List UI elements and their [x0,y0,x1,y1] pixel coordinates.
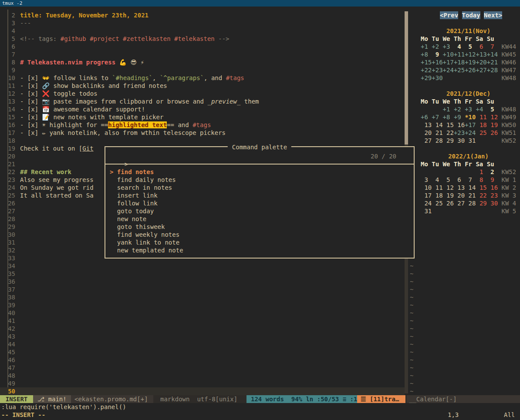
calendar-day[interactable]: +1 [443,106,454,113]
calendar-day[interactable]: +2 [432,43,442,50]
calendar-day[interactable]: 18 [432,192,442,199]
calendar-day[interactable]: +25 [454,67,465,74]
calendar-day[interactable]: +9 [454,114,465,121]
calendar-day[interactable]: 22 [476,192,486,199]
calendar-day[interactable]: 5 [465,43,476,50]
calendar-day[interactable]: 25 [476,129,486,136]
calendar-day[interactable]: +17 [465,121,476,128]
calendar-day[interactable]: 11 [432,184,442,191]
calendar-day[interactable]: +7 [432,114,442,121]
calendar-day[interactable]: +1 [421,43,432,50]
calendar-day[interactable]: 18 [476,121,486,128]
palette-item[interactable]: new note [110,215,146,223]
editor-line[interactable]: 4 [0,27,20,35]
editor-line[interactable]: 16- [x] ☀ highlight for ==highlighted te… [0,121,211,129]
editor-line[interactable]: 13- [x] 📷 paste images from clipboard or… [0,97,259,105]
calendar-day[interactable]: 17 [421,192,432,199]
palette-item[interactable]: goto thisweek [110,223,165,231]
calendar-day[interactable]: +24 [443,67,454,74]
editor-line[interactable]: 40 [0,309,20,317]
editor-line[interactable]: 30 [0,231,20,239]
calendar-day[interactable]: +3 [443,43,454,50]
calendar-day[interactable]: 30 [487,200,498,207]
calendar-day[interactable]: +11 [454,51,465,58]
calendar-day[interactable]: 12 [443,184,454,191]
calendar-day[interactable]: 20 [421,129,432,136]
editor-line[interactable]: 47 [0,364,20,372]
calendar-day[interactable]: 19 [443,192,454,199]
calendar-day[interactable]: 9 [432,51,442,58]
calendar-day[interactable]: +21 [487,59,498,66]
calendar-day[interactable]: 21 [465,192,476,199]
editor-line[interactable]: 36 [0,278,20,286]
calendar-day[interactable]: +12 [465,51,476,58]
editor-line[interactable]: 5<!-- tags: #github #project #zettelkast… [0,35,230,43]
palette-item[interactable]: > find notes [110,168,154,176]
editor-line[interactable]: 26 [0,199,20,207]
calendar-day[interactable]: 16 [454,121,465,128]
calendar-day[interactable]: 20 [454,192,465,199]
editor-line[interactable]: 44 [0,340,20,348]
palette-item[interactable]: insert link [110,192,158,199]
palette-item[interactable]: new templated note [110,246,183,254]
editor-line[interactable]: 32 [0,246,20,254]
editor-line[interactable]: 50 [0,387,405,395]
calendar-day[interactable]: +28 [487,67,498,74]
editor-line[interactable]: 46 [0,356,20,364]
editor-line[interactable]: 25It all started on Sa [0,192,94,199]
editor-line[interactable]: 38 [0,293,20,301]
editor-line[interactable]: 49 [0,380,20,387]
palette-item[interactable]: find weekly notes [110,231,179,239]
calendar-day[interactable]: 11 [476,114,486,121]
editor-line[interactable]: 22## Recent work [0,168,71,176]
calendar-day[interactable]: 31 [421,208,432,215]
calendar-day[interactable]: 4 [432,176,442,183]
editor-line[interactable]: 20 [0,152,20,160]
editor-line[interactable]: 35 [0,270,20,278]
calendar-day[interactable]: +26 [465,67,476,74]
calendar-day[interactable]: 30 [454,137,465,144]
calendar-next-button[interactable]: Next> [484,11,502,19]
calendar-day[interactable]: 4 [454,43,465,50]
editor-line[interactable]: 24On Sunday we got rid [0,184,94,192]
calendar-day[interactable]: 29 [476,200,486,207]
calendar-today-button[interactable]: Today [462,11,480,19]
calendar-day[interactable]: 8 [476,176,486,183]
editor-line[interactable]: 6 [0,43,20,50]
calendar-day[interactable]: 14 [465,184,476,191]
calendar-day[interactable]: +15 [421,59,432,66]
calendar-day[interactable]: +29 [421,74,432,81]
calendar-day[interactable]: +2 [454,106,465,113]
editor-line[interactable]: 8# Telekasten.nvim progress 💪 😎 ⚡ [0,58,144,66]
calendar-day[interactable]: 6 [454,176,465,183]
palette-item[interactable]: goto today [110,207,154,215]
calendar-day[interactable]: 10 [421,184,432,191]
editor-line[interactable]: 3--- [0,19,31,27]
editor-line[interactable]: 28 [0,215,20,223]
calendar-day[interactable]: 21 [432,129,442,136]
calendar-prev-button[interactable]: <Prev [440,11,458,19]
editor-line[interactable]: 48 [0,372,20,380]
editor-line[interactable]: 33 [0,254,20,262]
calendar-day[interactable]: 19 [487,121,498,128]
calendar-day[interactable]: +23 [454,129,465,136]
editor-line[interactable]: 45 [0,348,20,356]
calendar-day[interactable]: +17 [443,59,454,66]
calendar-day[interactable]: +16 [432,59,442,66]
editor-line[interactable]: 41 [0,317,20,325]
calendar-day[interactable]: 28 [432,137,442,144]
calendar-day[interactable]: 7 [465,176,476,183]
calendar-day[interactable]: 22 [443,129,454,136]
calendar-day[interactable]: 12 [487,114,498,121]
calendar-day[interactable]: 6 [476,43,486,50]
calendar-day[interactable]: +4 [476,106,486,113]
calendar-day[interactable]: 31 [465,137,476,144]
calendar-day[interactable]: 26 [443,200,454,207]
calendar-day[interactable]: 23 [487,192,498,199]
calendar-day[interactable]: +27 [476,67,486,74]
editor-line[interactable]: 9 [0,66,20,74]
calendar-day[interactable]: +19 [465,59,476,66]
palette-item[interactable]: search in notes [110,184,172,192]
editor-line[interactable]: 27 [0,207,20,215]
calendar-day[interactable]: +8 [443,114,454,121]
